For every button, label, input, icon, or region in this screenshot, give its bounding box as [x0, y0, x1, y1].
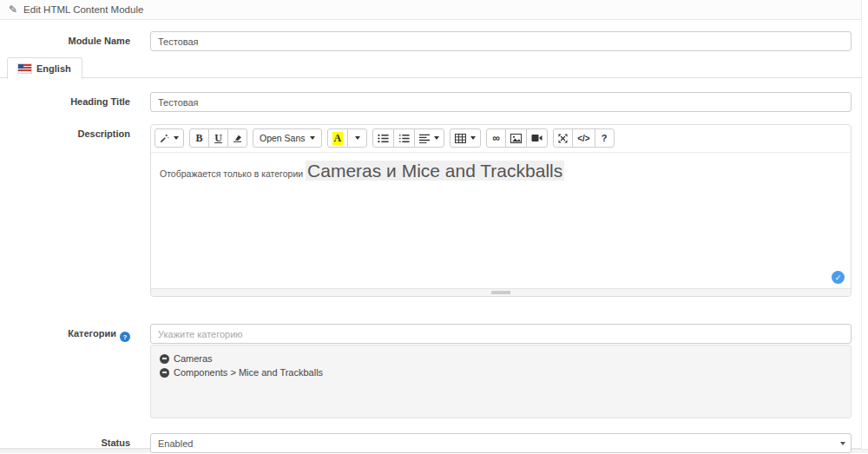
- editor-toolbar: B U Open Sans: [151, 125, 851, 153]
- insert-link-button[interactable]: ∞: [486, 128, 506, 148]
- tab-english[interactable]: English: [7, 57, 82, 79]
- help-button[interactable]: ?: [595, 128, 615, 148]
- unordered-list-icon: [378, 134, 389, 143]
- ordered-list-button[interactable]: [393, 128, 415, 148]
- font-color-button[interactable]: A: [327, 128, 349, 148]
- clear-formatting-button[interactable]: [227, 128, 247, 148]
- categories-label: Категории: [68, 328, 116, 339]
- heading-title-label: Heading Title: [0, 92, 139, 112]
- status-select[interactable]: Enabled: [150, 433, 852, 453]
- description-group: Description B: [0, 124, 861, 297]
- editor-text-prefix: Отображается только в категории: [160, 168, 306, 179]
- module-name-label: Module Name: [0, 31, 139, 51]
- magic-wand-icon: [160, 134, 169, 143]
- table-icon: [455, 134, 466, 143]
- category-item[interactable]: Components > Mice and Trackballs: [160, 365, 842, 379]
- chevron-down-icon: [310, 136, 315, 140]
- panel-body: Module Name English Heading Title Descri…: [0, 20, 861, 453]
- panel-heading: ✎ Edit HTML Content Module: [0, 0, 861, 20]
- english-flag-icon: [18, 64, 31, 73]
- style-magic-button[interactable]: [155, 128, 184, 148]
- underline-button[interactable]: U: [208, 128, 228, 148]
- category-item-label: Cameras: [174, 352, 213, 365]
- category-item[interactable]: Cameras: [160, 352, 842, 365]
- status-label: Status: [0, 433, 139, 453]
- heading-title-input[interactable]: [150, 92, 852, 112]
- selected-categories-list: Cameras Components > Mice and Trackballs: [150, 345, 852, 418]
- category-search-input[interactable]: [150, 324, 852, 344]
- font-family-button[interactable]: Open Sans: [253, 128, 322, 148]
- check-badge-icon[interactable]: ✓: [832, 271, 845, 284]
- status-selected-value: Enabled: [158, 438, 193, 449]
- chevron-down-icon: [174, 136, 179, 140]
- insert-video-button[interactable]: [526, 128, 548, 148]
- remove-category-icon[interactable]: [160, 368, 169, 378]
- editor-content-area[interactable]: Отображается только в категории Cameras …: [151, 153, 851, 288]
- link-icon: ∞: [492, 133, 500, 143]
- module-name-input[interactable]: [150, 31, 852, 51]
- insert-picture-button[interactable]: [505, 128, 527, 148]
- panel-title: Edit HTML Content Module: [23, 4, 143, 15]
- language-tabs: English: [0, 56, 861, 78]
- edit-module-panel: ✎ Edit HTML Content Module Module Name E…: [0, 0, 862, 449]
- description-label: Description: [0, 124, 139, 297]
- remove-category-icon[interactable]: [160, 354, 169, 364]
- module-name-group: Module Name: [0, 31, 861, 51]
- unordered-list-button[interactable]: [372, 128, 394, 148]
- category-item-label: Components > Mice and Trackballs: [174, 365, 323, 379]
- heading-title-group: Heading Title: [0, 92, 861, 112]
- editor-statusbar: [151, 288, 851, 296]
- pencil-icon: ✎: [9, 3, 17, 16]
- chevron-down-icon: [355, 136, 360, 140]
- chevron-down-icon: [470, 136, 476, 140]
- help-tooltip-icon[interactable]: [120, 332, 130, 342]
- font-color-icon: A: [332, 132, 344, 145]
- paragraph-align-button[interactable]: [414, 128, 444, 148]
- bold-button[interactable]: B: [189, 128, 209, 148]
- font-color-dropdown-button[interactable]: [347, 128, 367, 148]
- video-icon: [531, 134, 542, 142]
- code-view-button[interactable]: </>: [572, 128, 595, 148]
- categories-group: Категории Cameras Components > Mice and …: [0, 324, 861, 418]
- ordered-list-icon: [398, 134, 410, 143]
- table-button[interactable]: [450, 128, 481, 148]
- fullscreen-arrows-icon: [558, 134, 568, 143]
- wysiwyg-editor: B U Open Sans: [150, 124, 852, 297]
- resize-grip-handle[interactable]: [491, 291, 510, 294]
- picture-icon: [510, 134, 522, 143]
- fullscreen-button[interactable]: [553, 128, 573, 148]
- select-caret-icon: [840, 442, 845, 445]
- editor-text-highlighted: Cameras и Mice and Trackballs: [306, 161, 564, 181]
- align-left-icon: [419, 134, 430, 143]
- tab-english-label: English: [36, 63, 71, 74]
- font-family-value: Open Sans: [260, 133, 306, 143]
- status-group: Status Enabled: [0, 433, 861, 453]
- categories-label-wrap: Категории: [0, 324, 139, 418]
- eraser-icon: [233, 134, 242, 142]
- chevron-down-icon: [434, 136, 439, 140]
